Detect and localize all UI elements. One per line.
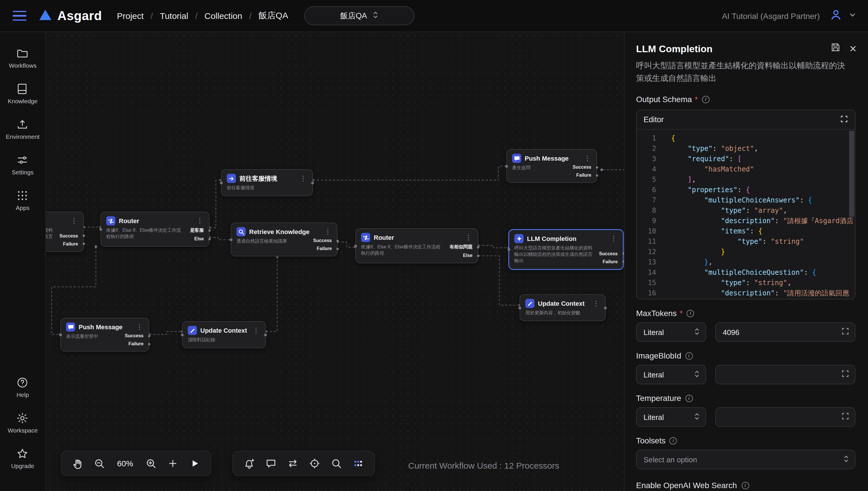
value-mode-select[interactable]: Literal: [636, 365, 706, 384]
editor-scrollbar[interactable]: [849, 131, 854, 217]
maxtokens-input[interactable]: 4096: [715, 323, 856, 342]
swap-horizontal-icon[interactable]: [287, 458, 299, 469]
node-output-port[interactable]: Failure: [129, 341, 143, 346]
drag-dots-icon[interactable]: [352, 458, 364, 469]
expand-icon[interactable]: [842, 370, 849, 379]
comment-icon[interactable]: [265, 458, 277, 469]
node-output-port[interactable]: 是客服: [190, 227, 204, 233]
panel-description: 呼叫大型語言模型並產生結構化的資料輸出以輔助流程的決策或生成自然語言輸出: [636, 60, 856, 85]
info-icon[interactable]: i: [741, 482, 749, 489]
breadcrumb-item[interactable]: Project: [117, 11, 143, 21]
node-llm-partial[interactable]: LLM Completion ⋮ 呼叫大型語言模型並產生結構化的資料輸出以輔助流…: [46, 212, 84, 252]
sidebar-item-workflows[interactable]: Workflows: [6, 47, 39, 69]
zoom-in-icon[interactable]: [145, 458, 157, 469]
expand-icon[interactable]: [842, 328, 849, 337]
node-output-port[interactable]: Failure: [317, 246, 332, 251]
node-output-port[interactable]: Success: [573, 165, 591, 170]
value-mode-select[interactable]: Literal: [636, 408, 706, 427]
info-icon[interactable]: i: [685, 395, 693, 402]
node-menu-icon[interactable]: ⋮: [70, 218, 78, 224]
sidebar-item-knowledge[interactable]: Knowledge: [6, 83, 39, 105]
node-output-port[interactable]: Failure: [63, 241, 78, 247]
help-icon: [16, 376, 29, 389]
bell-plus-icon[interactable]: [243, 458, 255, 469]
node-output-port[interactable]: Failure: [603, 259, 618, 264]
info-icon[interactable]: i: [687, 310, 694, 317]
zoom-out-icon[interactable]: [93, 458, 105, 469]
sidebar-item-upgrade[interactable]: Upgrade: [8, 447, 38, 469]
node-menu-icon[interactable]: ⋮: [252, 327, 260, 334]
node-router-1[interactable]: Router ⋮ 依據If、Else If、Else條件決定工作流程執行的路徑 …: [101, 212, 210, 247]
imageblobid-input[interactable]: [715, 365, 856, 384]
node-output-port[interactable]: Else: [463, 253, 472, 258]
node-menu-icon[interactable]: ⋮: [583, 155, 591, 162]
node-push-message-top[interactable]: Push Message ⋮ 產生追問 SuccessFailure: [506, 149, 597, 183]
node-retrieve-knowledge[interactable]: Retrieve Knowledge ⋮ 透過自然語言檢索知識庫 Success…: [231, 223, 337, 256]
sidebar-item-help[interactable]: Help: [8, 376, 38, 398]
workflow-selector[interactable]: 飯店QA: [304, 6, 414, 25]
node-output-port[interactable]: Success: [599, 251, 618, 256]
save-icon[interactable]: [831, 42, 840, 55]
node-menu-icon[interactable]: ⋮: [464, 234, 472, 241]
value-mode-select[interactable]: Literal: [636, 323, 706, 342]
field-maxtokens: MaxTokens * i Literal 4096: [636, 309, 856, 342]
node-title: Router: [119, 218, 192, 224]
breadcrumb-item[interactable]: Collection: [205, 11, 242, 21]
info-icon[interactable]: i: [685, 352, 693, 359]
brand[interactable]: Asgard: [39, 8, 102, 23]
search-icon[interactable]: [331, 458, 342, 469]
apps-icon: [16, 189, 29, 202]
sidebar-item-settings[interactable]: Settings: [6, 154, 39, 175]
node-menu-icon[interactable]: ⋮: [135, 323, 143, 330]
info-icon[interactable]: i: [702, 96, 709, 103]
editor-title: Editor: [644, 116, 664, 124]
node-update-context-1[interactable]: Update Context ⋮ 用於更新內容，初始化變數: [519, 294, 606, 321]
node-update-context-2[interactable]: Update Context ⋮ 清除對話紀錄: [182, 321, 266, 348]
sidebar-item-apps[interactable]: Apps: [6, 189, 39, 211]
code-editor-body[interactable]: 1234567891011121314151617 { "type": "obj…: [636, 130, 855, 299]
menu-icon[interactable]: [12, 11, 26, 21]
node-title: 前往客服情境: [239, 174, 296, 183]
node-menu-icon[interactable]: ⋮: [592, 300, 600, 307]
message-icon: [512, 154, 521, 163]
zoom-toolbar: 60%: [61, 451, 211, 476]
node-menu-icon[interactable]: ⋮: [299, 175, 307, 182]
node-output-port[interactable]: Success: [59, 233, 78, 238]
node-title: Update Context: [200, 327, 249, 334]
close-icon[interactable]: ×: [849, 42, 857, 55]
account-chevron-down-icon[interactable]: [848, 10, 857, 21]
run-icon[interactable]: [189, 458, 200, 469]
node-output-port[interactable]: 有相似問題: [450, 244, 472, 250]
toolsets-select[interactable]: Select an option: [636, 450, 856, 469]
breadcrumb-item[interactable]: 飯店QA: [258, 10, 288, 21]
expand-icon[interactable]: [842, 413, 849, 422]
zoom-level[interactable]: 60%: [115, 459, 135, 468]
temperature-input[interactable]: [715, 408, 856, 427]
node-router-2[interactable]: Router ⋮ 依據If、Else If、Else條件決定工作流程執行的路徑 …: [355, 228, 478, 263]
sidebar-item-workspace[interactable]: Workspace: [8, 412, 38, 434]
hand-icon[interactable]: [72, 458, 83, 469]
node-menu-icon[interactable]: ⋮: [196, 218, 204, 224]
node-llm-completion[interactable]: LLM Completion ⋮ 呼叫大型語言模型並產生結構化的資料輸出以輔助流…: [509, 229, 623, 269]
node-output-port[interactable]: Failure: [576, 173, 591, 178]
sidebar-item-environment[interactable]: Environment: [6, 118, 39, 140]
node-goto-cs[interactable]: 前往客服情境 ⋮ 前往客服情境: [221, 169, 313, 196]
node-menu-icon[interactable]: ⋮: [324, 228, 332, 235]
add-node-icon[interactable]: [167, 458, 179, 469]
target-icon[interactable]: [309, 458, 320, 469]
breadcrumb-item[interactable]: Tutorial: [160, 11, 188, 21]
node-output-port[interactable]: Else: [194, 236, 204, 241]
message-icon: [66, 322, 75, 331]
node-push-message-bottom[interactable]: Push Message ⋮ 表示流量控管中 SuccessFailure: [60, 318, 149, 352]
expand-icon[interactable]: [840, 115, 848, 124]
user-icon[interactable]: [829, 8, 843, 24]
environment-icon: [16, 118, 29, 131]
field-temperature: Temperature i Literal: [636, 394, 856, 427]
workflow-canvas[interactable]: LLM Completion ⋮ 呼叫大型語言模型並產生結構化的資料輸出以輔助流…: [46, 32, 624, 491]
node-menu-icon[interactable]: ⋮: [610, 235, 618, 242]
node-output-port[interactable]: Success: [125, 333, 143, 339]
info-icon[interactable]: i: [670, 437, 677, 444]
node-output-port[interactable]: Success: [313, 238, 332, 243]
schema-editor[interactable]: Editor 1234567891011121314151617 { "type…: [636, 110, 856, 300]
temperature-label: Temperature: [636, 394, 681, 403]
